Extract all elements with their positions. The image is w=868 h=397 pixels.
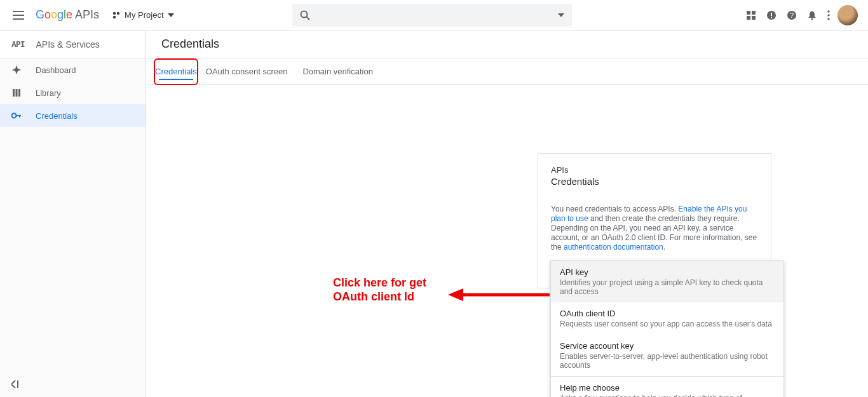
page-title: Credentials <box>146 30 868 58</box>
tabs: Credentials OAuth consent screen Domain … <box>146 58 868 85</box>
svg-point-21 <box>12 114 17 118</box>
card-title: Credentials <box>551 176 758 187</box>
top-right-actions: ? <box>741 5 858 25</box>
sidebar-item-label: Library <box>36 88 61 98</box>
card-eyebrow: APIs <box>551 165 758 175</box>
menu-item-title: Service account key <box>560 341 775 351</box>
project-dots-icon <box>112 11 121 20</box>
svg-rect-5 <box>747 11 750 15</box>
auth-docs-link[interactable]: authentication documentation <box>564 243 663 252</box>
sidebar-item-library[interactable]: Library <box>0 81 146 104</box>
top-bar: Google APIs My Project ? <box>0 0 868 30</box>
sidebar-title: APIs & Services <box>36 39 99 50</box>
create-credentials-menu: API key Identifies your project using a … <box>550 260 784 397</box>
caret-down-icon <box>168 13 174 17</box>
svg-point-0 <box>113 11 116 14</box>
dashboard-icon <box>11 65 22 74</box>
avatar[interactable] <box>837 5 858 25</box>
tab-domain-verification[interactable]: Domain verification <box>295 58 381 85</box>
svg-rect-8 <box>752 16 756 20</box>
project-name: My Project <box>125 10 163 20</box>
svg-rect-19 <box>16 89 18 97</box>
main: Credentials Credentials OAuth consent sc… <box>146 30 868 397</box>
tab-credentials[interactable]: Credentials <box>154 58 198 85</box>
sidebar-header[interactable]: API APIs & Services <box>0 30 146 58</box>
svg-rect-7 <box>747 16 750 20</box>
svg-text:?: ? <box>790 11 794 19</box>
svg-point-2 <box>113 15 116 18</box>
svg-point-14 <box>811 18 813 20</box>
menu-item-desc: Requests user consent so your app can ac… <box>560 320 775 328</box>
search-dropdown-icon[interactable] <box>558 13 564 17</box>
menu-item-help-me-choose[interactable]: Help me choose Asks a few questions to h… <box>551 377 783 397</box>
library-icon <box>11 88 22 97</box>
logo-suffix: APIs <box>75 8 99 22</box>
card-description: You need credentials to access APIs. Ena… <box>551 205 758 252</box>
content: APIs Credentials You need credentials to… <box>146 85 868 397</box>
google-apis-logo[interactable]: Google APIs <box>36 8 99 22</box>
annotation-text: Click here for get OAuth client Id <box>333 276 426 304</box>
search-icon <box>300 10 310 20</box>
tab-oauth-consent[interactable]: OAuth consent screen <box>198 58 295 85</box>
menu-item-desc: Enables server-to-server, app-level auth… <box>560 352 775 370</box>
svg-rect-18 <box>13 89 15 97</box>
svg-rect-11 <box>771 17 772 18</box>
svg-point-17 <box>827 18 829 20</box>
svg-point-16 <box>827 14 829 16</box>
hamburger-icon[interactable] <box>5 3 32 27</box>
menu-item-api-key[interactable]: API key Identifies your project using a … <box>551 261 783 302</box>
kebab-icon[interactable] <box>822 5 835 25</box>
menu-item-title: OAuth client ID <box>560 309 775 318</box>
svg-rect-6 <box>752 11 756 15</box>
svg-rect-10 <box>771 13 772 16</box>
svg-point-15 <box>827 10 829 12</box>
annotation-arrow-icon <box>448 288 556 307</box>
sidebar-item-label: Dashboard <box>36 65 76 75</box>
svg-point-1 <box>117 11 119 14</box>
menu-item-desc: Asks a few questions to help you decide … <box>560 394 775 397</box>
menu-item-title: Help me choose <box>560 383 775 393</box>
key-icon <box>11 112 22 119</box>
svg-marker-26 <box>448 288 463 301</box>
svg-rect-20 <box>18 89 20 97</box>
menu-item-service-account-key[interactable]: Service account key Enables server-to-se… <box>551 335 783 376</box>
search-input[interactable] <box>292 4 572 27</box>
alert-icon[interactable] <box>761 5 782 25</box>
svg-line-4 <box>306 17 309 20</box>
collapse-sidebar-icon[interactable] <box>0 372 146 397</box>
api-icon: API <box>11 39 24 49</box>
menu-item-title: API key <box>560 267 775 277</box>
bell-icon[interactable] <box>802 5 822 25</box>
project-selector[interactable]: My Project <box>112 10 173 20</box>
help-icon[interactable]: ? <box>782 5 802 25</box>
gift-icon[interactable] <box>741 5 761 25</box>
sidebar: API APIs & Services Dashboard Library Cr… <box>0 30 146 397</box>
sidebar-item-credentials[interactable]: Credentials <box>0 104 146 127</box>
sidebar-item-dashboard[interactable]: Dashboard <box>0 58 146 81</box>
menu-item-oauth-client-id[interactable]: OAuth client ID Requests user consent so… <box>551 302 783 335</box>
svg-point-3 <box>301 11 307 17</box>
menu-item-desc: Identifies your project using a simple A… <box>560 278 775 296</box>
sidebar-item-label: Credentials <box>36 111 78 121</box>
